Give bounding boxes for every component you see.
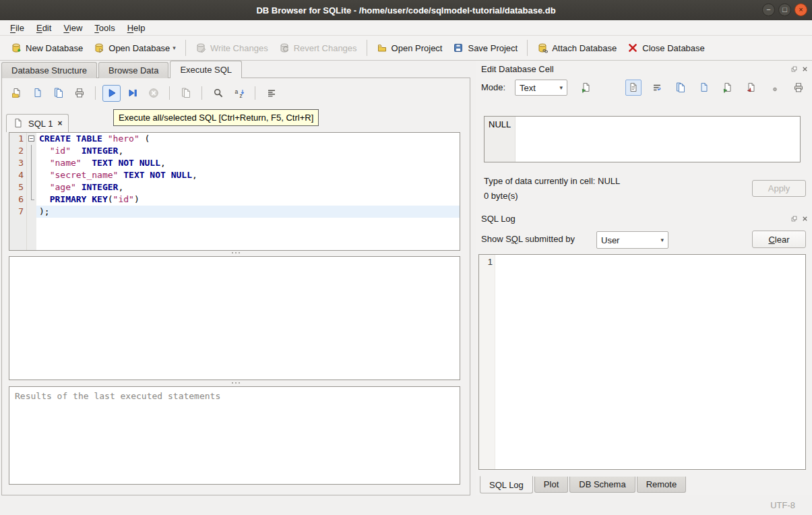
save-sql-file-button[interactable] xyxy=(28,85,46,102)
text-view-button[interactable] xyxy=(625,80,642,96)
save-sql-file-icon xyxy=(32,88,43,98)
clear-log-button[interactable]: Clear xyxy=(752,231,806,248)
open-project-button[interactable]: Open Project xyxy=(371,39,448,57)
save-sql-file-as-icon xyxy=(53,88,64,98)
float-panel-button[interactable] xyxy=(790,214,799,223)
tab-remote[interactable]: Remote xyxy=(637,477,687,493)
word-wrap-lines-button[interactable] xyxy=(262,85,280,102)
maximize-button[interactable]: □ xyxy=(778,3,791,16)
close-panel-button[interactable] xyxy=(801,214,809,223)
sql-file-tab-label: SQL 1 xyxy=(28,119,53,129)
stop-execution-button xyxy=(144,85,162,102)
line-number: 3 xyxy=(9,157,27,169)
edit-cell-toolbar xyxy=(625,80,807,96)
sql-log-gutter xyxy=(479,255,495,469)
left-panel: Database StructureBrowse DataExecute SQL… xyxy=(0,61,476,495)
menu-file[interactable]: File xyxy=(4,22,30,34)
submitted-by-select[interactable]: User ▾ xyxy=(596,231,668,249)
bottom-tab-bar: SQL LogPlotDB SchemaRemote xyxy=(480,477,687,494)
line-number: 1 xyxy=(9,133,27,145)
mode-select[interactable]: Text ▾ xyxy=(515,80,567,96)
close-panel-button[interactable] xyxy=(801,65,809,73)
open-database-label: Open Database xyxy=(108,43,170,53)
maximize-icon: □ xyxy=(782,5,787,13)
open-database-button[interactable]: Open Database▾ xyxy=(88,39,181,57)
results-grid[interactable] xyxy=(9,256,460,380)
window-title: DB Browser for SQLite - /home/user/code/… xyxy=(256,5,555,16)
export-cell-button[interactable] xyxy=(743,80,759,96)
apply-button: Apply xyxy=(752,180,806,197)
tab-db-schema[interactable]: DB Schema xyxy=(569,477,635,493)
minimize-button[interactable]: − xyxy=(762,3,775,16)
attach-database-label: Attach Database xyxy=(552,43,617,53)
tab-execute-sql[interactable]: Execute SQL xyxy=(170,61,242,78)
import-cell-button[interactable] xyxy=(720,80,736,96)
sql-log-area[interactable]: 1 xyxy=(478,254,806,470)
tab-sql-log[interactable]: SQL Log xyxy=(480,476,533,493)
splitter-handle[interactable] xyxy=(232,382,240,384)
encoding-label: UTF-8 xyxy=(770,500,795,510)
execute-all-button[interactable] xyxy=(102,85,121,102)
line-number: 4 xyxy=(9,169,27,181)
word-wrap-button[interactable] xyxy=(649,80,665,96)
editor-line: 6 PRIMARY KEY("id") xyxy=(9,193,460,206)
line-number: 7 xyxy=(9,206,27,218)
save-project-button[interactable]: Save Project xyxy=(447,39,523,57)
set-null-button[interactable] xyxy=(767,80,783,96)
tab-plot[interactable]: Plot xyxy=(534,477,568,493)
sql-log-title: SQL Log xyxy=(481,214,790,224)
save-project-label: Save Project xyxy=(468,43,518,53)
menu-view[interactable]: View xyxy=(57,22,88,34)
editor-line: 7); xyxy=(9,206,460,218)
editor-line: 4 "secret_name" TEXT NOT NULL, xyxy=(9,169,460,181)
sql-editor[interactable]: 1−CREATE TABLE "hero" (2 "id" INTEGER,3 … xyxy=(9,132,460,251)
line-number: 5 xyxy=(9,181,27,193)
code-text: "age" INTEGER, xyxy=(36,181,460,193)
tab-browse-data[interactable]: Browse Data xyxy=(98,62,168,78)
splitter-handle[interactable] xyxy=(232,252,240,253)
collapse-icon[interactable]: − xyxy=(28,135,34,142)
save-cell-button[interactable] xyxy=(696,80,712,96)
fold-marker[interactable]: − xyxy=(27,133,36,145)
close-panel-icon xyxy=(801,215,809,222)
save-cell-icon xyxy=(699,82,710,93)
print-sql-button[interactable] xyxy=(70,85,88,102)
float-panel-button[interactable] xyxy=(790,65,799,73)
close-button[interactable]: × xyxy=(794,3,807,16)
window-controls: − □ × xyxy=(762,3,807,16)
auto-switch-mode-icon xyxy=(581,82,592,93)
open-sql-file-button[interactable] xyxy=(7,85,26,102)
code-fill xyxy=(36,218,460,250)
cell-value: NULL xyxy=(489,119,511,129)
menu-edit[interactable]: Edit xyxy=(30,22,57,34)
menu-tools[interactable]: Tools xyxy=(88,22,121,34)
new-database-button[interactable]: New Database xyxy=(5,39,88,57)
editor-line: 3 "name" TEXT NOT NULL, xyxy=(9,157,460,169)
word-wrap-icon xyxy=(652,82,662,93)
close-icon: × xyxy=(799,5,803,13)
dropdown-arrow-icon[interactable]: ▾ xyxy=(173,44,176,51)
chevron-down-icon: ▾ xyxy=(660,237,664,243)
new-database-icon xyxy=(11,42,22,53)
tab-database-structure[interactable]: Database Structure xyxy=(1,62,97,78)
close-database-button[interactable]: Close Database xyxy=(622,39,710,57)
menu-help[interactable]: Help xyxy=(121,22,152,34)
auto-completion-button[interactable]: az xyxy=(230,85,248,102)
print-cell-button[interactable] xyxy=(790,80,807,96)
cell-editor[interactable]: NULL xyxy=(484,116,801,162)
close-database-icon xyxy=(627,42,638,53)
execute-current-line-button[interactable] xyxy=(123,85,142,102)
save-results-icon xyxy=(181,88,191,98)
close-tab-icon[interactable]: × xyxy=(57,119,62,127)
save-sql-file-as-button[interactable] xyxy=(49,85,67,102)
attach-database-button[interactable]: Attach Database xyxy=(532,39,622,57)
open-database-icon xyxy=(94,42,104,53)
results-message-area[interactable]: Results of the last executed statements xyxy=(9,386,460,485)
fold-column xyxy=(27,157,36,169)
submitted-by-value: User xyxy=(601,235,619,245)
auto-switch-mode-button[interactable] xyxy=(577,80,595,96)
sql-file-tab[interactable]: SQL 1 × xyxy=(6,114,69,132)
set-null-icon xyxy=(770,82,780,93)
copy-cell-button[interactable] xyxy=(673,80,689,96)
find-replace-button[interactable] xyxy=(209,85,227,102)
